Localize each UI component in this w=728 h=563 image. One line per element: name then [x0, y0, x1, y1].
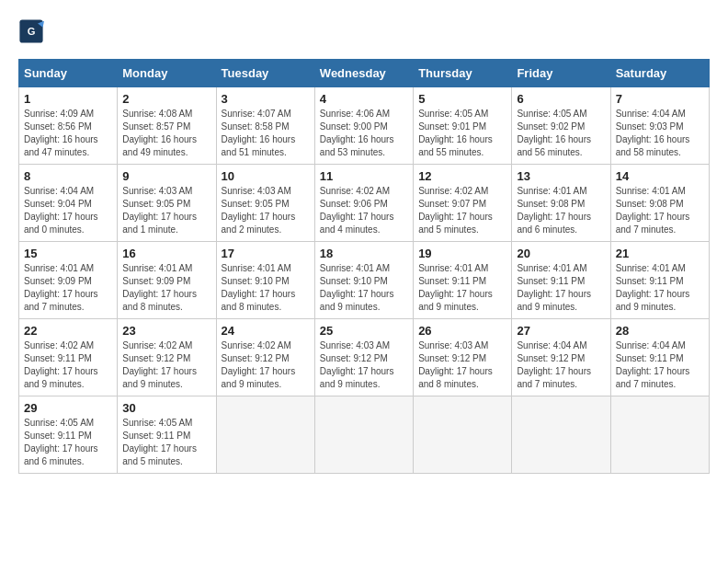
day-number: 26: [418, 324, 506, 338]
calendar-day-cell: 13Sunrise: 4:01 AMSunset: 9:08 PMDayligh…: [512, 165, 610, 242]
calendar-day-cell: 26Sunrise: 4:03 AMSunset: 9:12 PMDayligh…: [414, 319, 512, 396]
calendar-table: SundayMondayTuesdayWednesdayThursdayFrid…: [18, 59, 710, 474]
day-info: Sunrise: 4:06 AMSunset: 9:00 PMDaylight:…: [320, 108, 408, 159]
calendar-day-cell: 25Sunrise: 4:03 AMSunset: 9:12 PMDayligh…: [314, 319, 413, 396]
calendar-day-cell: [216, 396, 314, 474]
calendar-day-cell: 12Sunrise: 4:02 AMSunset: 9:07 PMDayligh…: [414, 165, 512, 242]
day-number: 17: [222, 247, 310, 260]
day-number: 4: [320, 92, 408, 106]
day-number: 11: [320, 169, 408, 183]
day-info: Sunrise: 4:05 AMSunset: 9:11 PMDaylight:…: [24, 417, 112, 468]
logo-icon: G: [18, 18, 44, 44]
calendar-day-cell: 1Sunrise: 4:09 AMSunset: 8:56 PMDaylight…: [19, 87, 118, 165]
day-number: 10: [222, 169, 310, 183]
day-number: 20: [517, 247, 605, 260]
calendar-day-cell: 17Sunrise: 4:01 AMSunset: 9:10 PMDayligh…: [216, 242, 314, 319]
calendar-day-cell: 4Sunrise: 4:06 AMSunset: 9:00 PMDaylight…: [314, 87, 413, 165]
day-info: Sunrise: 4:01 AMSunset: 9:10 PMDaylight:…: [320, 262, 408, 314]
calendar-day-cell: 19Sunrise: 4:01 AMSunset: 9:11 PMDayligh…: [414, 242, 512, 319]
day-info: Sunrise: 4:02 AMSunset: 9:12 PMDaylight:…: [122, 339, 210, 391]
calendar-week-row: 8Sunrise: 4:04 AMSunset: 9:04 PMDaylight…: [19, 165, 710, 242]
day-number: 12: [418, 169, 506, 183]
day-info: Sunrise: 4:04 AMSunset: 9:04 PMDaylight:…: [24, 185, 112, 236]
calendar-day-cell: 16Sunrise: 4:01 AMSunset: 9:09 PMDayligh…: [118, 242, 216, 319]
calendar-day-cell: 18Sunrise: 4:01 AMSunset: 9:10 PMDayligh…: [314, 242, 413, 319]
calendar-day-cell: 6Sunrise: 4:05 AMSunset: 9:02 PMDaylight…: [512, 87, 610, 165]
calendar-day-cell: 27Sunrise: 4:04 AMSunset: 9:12 PMDayligh…: [512, 319, 610, 396]
calendar-day-cell: [414, 396, 512, 474]
day-info: Sunrise: 4:01 AMSunset: 9:09 PMDaylight:…: [24, 262, 112, 314]
calendar-day-cell: [314, 396, 413, 474]
day-info: Sunrise: 4:01 AMSunset: 9:11 PMDaylight:…: [616, 262, 704, 314]
calendar-day-cell: 11Sunrise: 4:02 AMSunset: 9:06 PMDayligh…: [314, 165, 413, 242]
day-number: 22: [24, 324, 112, 338]
calendar-day-cell: 23Sunrise: 4:02 AMSunset: 9:12 PMDayligh…: [118, 319, 216, 396]
calendar-day-cell: 2Sunrise: 4:08 AMSunset: 8:57 PMDaylight…: [118, 87, 216, 165]
day-header: Monday: [118, 60, 216, 87]
day-info: Sunrise: 4:01 AMSunset: 9:11 PMDaylight:…: [418, 262, 506, 314]
calendar-day-cell: 9Sunrise: 4:03 AMSunset: 9:05 PMDaylight…: [118, 165, 216, 242]
day-info: Sunrise: 4:03 AMSunset: 9:12 PMDaylight:…: [418, 339, 506, 391]
calendar-day-cell: [610, 396, 709, 474]
day-number: 15: [24, 247, 112, 260]
day-number: 28: [616, 324, 704, 338]
day-info: Sunrise: 4:02 AMSunset: 9:12 PMDaylight:…: [222, 339, 310, 391]
day-info: Sunrise: 4:01 AMSunset: 9:08 PMDaylight:…: [517, 185, 605, 236]
day-header: Friday: [512, 60, 610, 87]
day-number: 16: [122, 247, 210, 260]
svg-text:G: G: [28, 26, 36, 37]
day-header: Sunday: [19, 60, 118, 87]
day-number: 5: [418, 92, 506, 106]
calendar-week-row: 1Sunrise: 4:09 AMSunset: 8:56 PMDaylight…: [19, 87, 710, 165]
calendar-day-cell: 22Sunrise: 4:02 AMSunset: 9:11 PMDayligh…: [19, 319, 118, 396]
day-info: Sunrise: 4:05 AMSunset: 9:01 PMDaylight:…: [418, 108, 506, 159]
day-header: Tuesday: [216, 60, 314, 87]
day-number: 9: [122, 169, 210, 183]
calendar-day-cell: 15Sunrise: 4:01 AMSunset: 9:09 PMDayligh…: [19, 242, 118, 319]
day-info: Sunrise: 4:04 AMSunset: 9:11 PMDaylight:…: [616, 339, 704, 391]
day-number: 7: [616, 92, 704, 106]
day-info: Sunrise: 4:03 AMSunset: 9:12 PMDaylight:…: [320, 339, 408, 391]
day-info: Sunrise: 4:01 AMSunset: 9:09 PMDaylight:…: [122, 262, 210, 314]
day-info: Sunrise: 4:03 AMSunset: 9:05 PMDaylight:…: [222, 185, 310, 236]
day-info: Sunrise: 4:01 AMSunset: 9:11 PMDaylight:…: [517, 262, 605, 314]
calendar-day-cell: 29Sunrise: 4:05 AMSunset: 9:11 PMDayligh…: [19, 396, 118, 474]
day-info: Sunrise: 4:04 AMSunset: 9:12 PMDaylight:…: [517, 339, 605, 391]
day-info: Sunrise: 4:04 AMSunset: 9:03 PMDaylight:…: [616, 108, 704, 159]
day-number: 24: [222, 324, 310, 338]
calendar-day-cell: [512, 396, 610, 474]
calendar-day-cell: 5Sunrise: 4:05 AMSunset: 9:01 PMDaylight…: [414, 87, 512, 165]
calendar-day-cell: 3Sunrise: 4:07 AMSunset: 8:58 PMDaylight…: [216, 87, 314, 165]
day-number: 3: [222, 92, 310, 106]
calendar-header-row: SundayMondayTuesdayWednesdayThursdayFrid…: [19, 60, 710, 87]
day-info: Sunrise: 4:01 AMSunset: 9:10 PMDaylight:…: [222, 262, 310, 314]
day-number: 30: [122, 401, 210, 415]
calendar-day-cell: 30Sunrise: 4:05 AMSunset: 9:11 PMDayligh…: [118, 396, 216, 474]
logo: G: [18, 18, 46, 44]
calendar-body: 1Sunrise: 4:09 AMSunset: 8:56 PMDaylight…: [19, 87, 710, 474]
day-info: Sunrise: 4:02 AMSunset: 9:06 PMDaylight:…: [320, 185, 408, 236]
day-number: 1: [24, 92, 112, 106]
calendar-day-cell: 8Sunrise: 4:04 AMSunset: 9:04 PMDaylight…: [19, 165, 118, 242]
calendar-day-cell: 10Sunrise: 4:03 AMSunset: 9:05 PMDayligh…: [216, 165, 314, 242]
calendar-header: SundayMondayTuesdayWednesdayThursdayFrid…: [19, 60, 710, 87]
day-info: Sunrise: 4:08 AMSunset: 8:57 PMDaylight:…: [122, 108, 210, 159]
day-header: Thursday: [414, 60, 512, 87]
day-header: Wednesday: [314, 60, 413, 87]
day-info: Sunrise: 4:05 AMSunset: 9:02 PMDaylight:…: [517, 108, 605, 159]
day-number: 23: [122, 324, 210, 338]
calendar-day-cell: 21Sunrise: 4:01 AMSunset: 9:11 PMDayligh…: [610, 242, 709, 319]
day-info: Sunrise: 4:02 AMSunset: 9:11 PMDaylight:…: [24, 339, 112, 391]
page-header: G: [18, 18, 710, 44]
day-number: 14: [616, 169, 704, 183]
day-info: Sunrise: 4:01 AMSunset: 9:08 PMDaylight:…: [616, 185, 704, 236]
calendar-day-cell: 24Sunrise: 4:02 AMSunset: 9:12 PMDayligh…: [216, 319, 314, 396]
day-info: Sunrise: 4:02 AMSunset: 9:07 PMDaylight:…: [418, 185, 506, 236]
day-number: 27: [517, 324, 605, 338]
calendar-day-cell: 14Sunrise: 4:01 AMSunset: 9:08 PMDayligh…: [610, 165, 709, 242]
calendar-day-cell: 7Sunrise: 4:04 AMSunset: 9:03 PMDaylight…: [610, 87, 709, 165]
day-number: 8: [24, 169, 112, 183]
day-info: Sunrise: 4:09 AMSunset: 8:56 PMDaylight:…: [24, 108, 112, 159]
day-number: 2: [122, 92, 210, 106]
calendar-week-row: 15Sunrise: 4:01 AMSunset: 9:09 PMDayligh…: [19, 242, 710, 319]
